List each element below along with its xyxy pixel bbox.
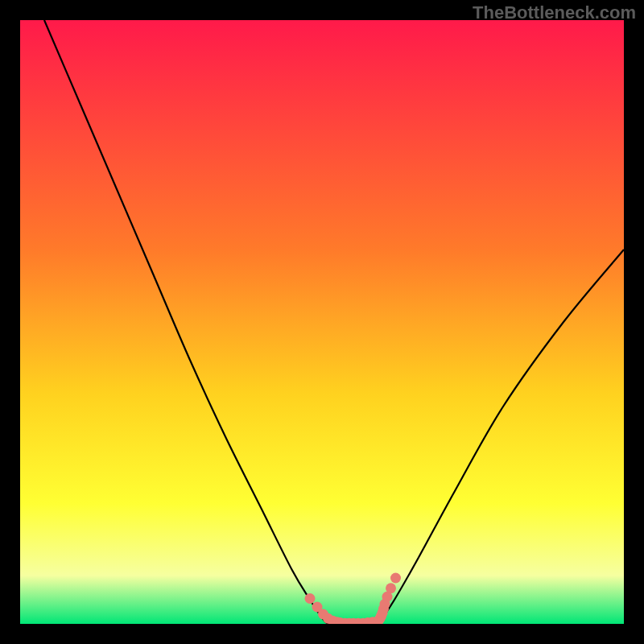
data-marker — [390, 573, 401, 584]
data-marker — [305, 593, 316, 604]
plot-area — [20, 20, 624, 624]
gradient-bg — [20, 20, 624, 624]
chart-frame: TheBottleneck.com — [0, 0, 644, 644]
watermark-text: TheBottleneck.com — [473, 2, 636, 23]
data-marker — [386, 583, 396, 593]
chart-svg — [20, 20, 624, 624]
